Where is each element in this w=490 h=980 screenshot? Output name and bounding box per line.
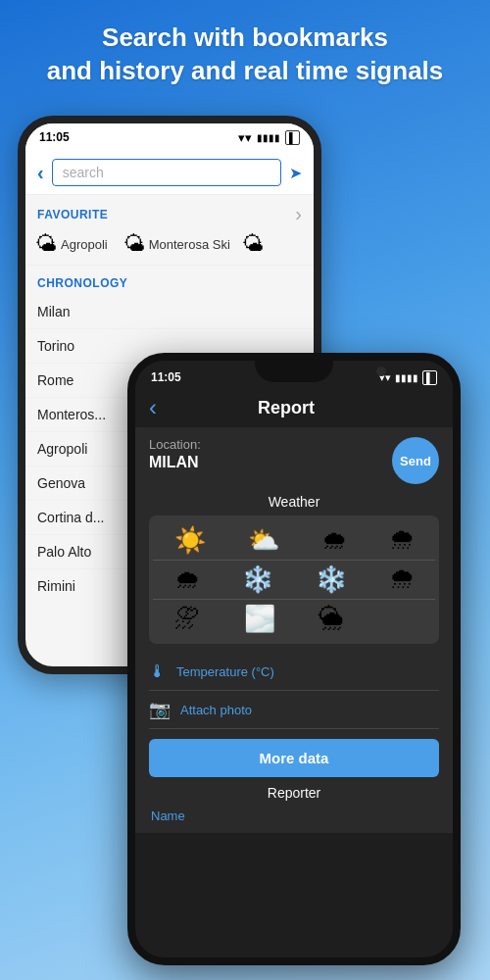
weather-label: Weather [149, 494, 439, 510]
fav-icon-2: 🌤 [242, 231, 264, 257]
report-header: ‹ Report [135, 390, 453, 427]
search-input[interactable]: search [52, 159, 281, 186]
fav-item-2[interactable]: 🌤 [242, 231, 264, 257]
location-row: Location: MILAN Send [149, 437, 439, 484]
weather-rain-heavy[interactable]: 🌧 [174, 564, 200, 595]
back-status-icons: ▾▾ ▮▮▮▮ ▌ [238, 130, 300, 145]
search-bar[interactable]: ‹ search ➤ [25, 151, 314, 195]
favourite-label: FAVOURITE [37, 208, 108, 221]
reporter-section-title: Reporter [149, 785, 439, 801]
front-time: 11:05 [151, 370, 181, 384]
fav-icon-1: 🌤 [123, 231, 145, 257]
chronology-label: CHRONOLOGY [37, 276, 127, 290]
send-button[interactable]: Send [392, 437, 439, 484]
front-status-icons: ▾▾ ▮▮▮▮ ▌ [379, 370, 437, 385]
weather-sleet[interactable]: 🌨 [389, 564, 415, 595]
camera-icon: 📷 [149, 699, 171, 720]
wifi-icon: ▾▾ [238, 130, 252, 145]
weather-snow[interactable]: ❄️ [242, 564, 273, 595]
temperature-label: Temperature (°C) [176, 664, 274, 679]
fav-name-1: Monterosa Ski [149, 237, 230, 252]
weather-snow-flake[interactable]: ❄️ [316, 564, 347, 595]
reporter-name-label[interactable]: Name [149, 808, 439, 823]
weather-thunder[interactable]: ⛈ [174, 604, 200, 634]
chrono-item-0[interactable]: Milan [25, 295, 314, 329]
back-statusbar: 11:05 ▾▾ ▮▮▮▮ ▌ [25, 123, 314, 151]
front-signal-icon: ▮▮▮▮ [395, 372, 418, 383]
weather-row-1: ☀️ ⛅ 🌧 🌨 [153, 521, 435, 561]
back-time: 11:05 [39, 130, 70, 144]
report-title: Report [157, 398, 416, 418]
report-content: Location: MILAN Send Weather ☀️ ⛅ 🌧 🌨 🌧 … [135, 427, 453, 833]
location-label: Location: [149, 437, 201, 452]
favourite-chevron[interactable]: › [295, 203, 302, 225]
front-battery-icon: ▌ [422, 370, 437, 385]
favourite-section: FAVOURITE › 🌤 Agropoli 🌤 Monterosa Ski 🌤 [25, 195, 314, 265]
fav-name-0: Agropoli [61, 237, 108, 252]
front-notch [255, 361, 333, 382]
header-line1: Search with bookmarks [102, 23, 388, 52]
weather-row-2: 🌧 ❄️ ❄️ 🌨 [153, 561, 435, 600]
battery-icon: ▌ [285, 130, 300, 145]
signal-icon: ▮▮▮▮ [257, 132, 280, 143]
weather-cloudy-rain[interactable]: 🌧 [321, 525, 347, 556]
phone-front: 11:05 ▾▾ ▮▮▮▮ ▌ ‹ Report Location: MILAN… [127, 353, 461, 965]
thermometer-icon: 🌡 [149, 662, 167, 682]
fav-icon-0: 🌤 [35, 231, 57, 257]
app-header: Search with bookmarks and history and re… [0, 0, 490, 103]
location-info: Location: MILAN [149, 437, 201, 471]
report-back-arrow[interactable]: ‹ [149, 396, 157, 419]
temperature-field[interactable]: 🌡 Temperature (°C) [149, 654, 439, 691]
weather-placeholder [388, 604, 414, 634]
location-name: MILAN [149, 454, 201, 471]
weather-partly-cloudy[interactable]: ⛅ [248, 525, 279, 556]
weather-drizzle[interactable]: 🌦 [318, 604, 344, 634]
attach-photo-label: Attach photo [180, 703, 252, 717]
weather-fog[interactable]: 🌫️ [244, 604, 275, 634]
weather-grid: ☀️ ⛅ 🌧 🌨 🌧 ❄️ ❄️ 🌨 ⛈ 🌫️ 🌦 [149, 515, 439, 644]
weather-snow-cloud[interactable]: 🌨 [389, 525, 415, 556]
fav-item-1[interactable]: 🌤 Monterosa Ski [123, 231, 230, 257]
more-data-button[interactable]: More data [149, 739, 439, 777]
header-line2: and history and real time signals [47, 56, 444, 85]
favourites-row: 🌤 Agropoli 🌤 Monterosa Ski 🌤 [25, 229, 314, 265]
weather-sunny[interactable]: ☀️ [174, 525, 206, 556]
attach-photo-field[interactable]: 📷 Attach photo [149, 691, 439, 729]
location-send-icon[interactable]: ➤ [289, 164, 302, 182]
front-camera [376, 367, 386, 376]
fav-item-0[interactable]: 🌤 Agropoli [35, 231, 108, 257]
weather-row-3: ⛈ 🌫️ 🌦 [153, 600, 435, 638]
back-arrow-icon[interactable]: ‹ [37, 162, 44, 184]
